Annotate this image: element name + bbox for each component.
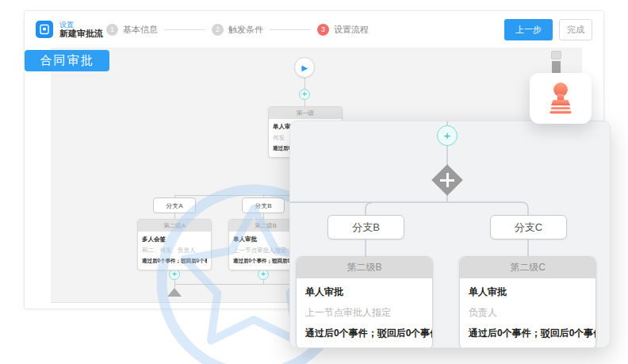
page-title: 新建审批流: [59, 29, 103, 39]
step-number: 2: [212, 24, 224, 36]
step-label: 基本信息: [123, 24, 158, 36]
approval-type: 单人审批: [305, 285, 423, 299]
play-icon: ▶: [301, 63, 308, 72]
card-body: 单人审批 上一节点审批人指定 通过后0个事件；驳回后0个事件: [297, 278, 432, 348]
branch-node-b[interactable]: 分支B: [242, 197, 285, 213]
connector-line: [304, 78, 305, 89]
approval-type: 单人审批: [233, 234, 298, 245]
card-title: 第二级B: [297, 257, 432, 278]
card-body: 多人会签 和二、何发、负责人 通过后0个事件；驳回后0个事件: [138, 232, 211, 270]
approval-card-level2b-large[interactable]: 第二级B 单人审批 上一节点审批人指定 通过后0个事件；驳回后0个事件: [296, 256, 433, 348]
events-summary: 通过后0个事件；驳回后0个事件: [469, 327, 587, 340]
step-set-process[interactable]: 3 设置流程: [317, 24, 369, 36]
start-node[interactable]: ▶: [294, 57, 315, 78]
plus-icon: [434, 167, 461, 193]
stamp-card: [530, 73, 592, 124]
approval-type: 单人审批: [469, 285, 587, 299]
gateway-node[interactable]: [434, 167, 461, 193]
finish-button[interactable]: 完成: [559, 19, 592, 40]
step-connector: [270, 29, 311, 30]
plus-icon: +: [172, 270, 177, 278]
card-body: 单人审批 负责人 通过后0个事件；驳回后0个事件: [460, 278, 595, 348]
plus-icon: +: [302, 90, 307, 98]
card-title: 第一级: [269, 107, 342, 119]
breadcrumb-category: 设置: [59, 21, 103, 29]
step-label: 触发条件: [228, 24, 263, 36]
card-title: 第二级A: [138, 220, 211, 232]
add-node-button[interactable]: +: [299, 89, 310, 100]
branch-label: 分支A: [166, 201, 182, 210]
branch-node-a[interactable]: 分支A: [153, 197, 196, 213]
flow-name-tag[interactable]: 合同审批: [25, 50, 109, 71]
events-summary: 通过后0个事件；驳回后0个事件: [305, 327, 423, 340]
app-icon: [36, 21, 53, 38]
end-node-triangle: [167, 288, 182, 297]
approval-card-level2a[interactable]: 第二级A 多人会签 和二、何发、负责人 通过后0个事件；驳回后0个事件: [137, 219, 212, 270]
clipboard-icon: [39, 24, 50, 35]
branch-label: 分支C: [515, 220, 542, 235]
step-connector: [164, 29, 205, 30]
plus-icon: +: [444, 128, 451, 142]
approver: 负责人: [469, 306, 587, 320]
app-titles: 设置 新建审批流: [59, 21, 103, 39]
connector-line: [174, 213, 175, 219]
approver: 上一节点审批人指定: [305, 306, 423, 320]
branch-label: 分支B: [255, 201, 271, 210]
step-basic-info[interactable]: 1 基本信息: [106, 24, 158, 36]
step-label: 设置流程: [334, 24, 369, 36]
page: 设置 新建审批流 1 基本信息 2 触发条件 3 设置流程: [0, 0, 628, 364]
events-summary: 通过后0个事件；驳回后0个事件: [233, 256, 298, 266]
add-node-button[interactable]: +: [258, 269, 269, 280]
approver: 上一节点审批人指定: [233, 245, 298, 256]
window-header: 设置 新建审批流 1 基本信息 2 触发条件 3 设置流程: [25, 11, 603, 48]
scrollbar-button[interactable]: [551, 51, 561, 59]
card-title: 第二级C: [460, 257, 595, 278]
plus-icon: +: [261, 270, 266, 278]
step-trigger-condition[interactable]: 2 触发条件: [212, 24, 263, 36]
branch-node-c-large[interactable]: 分支C: [490, 215, 567, 239]
stamp-icon: [546, 82, 576, 115]
connector-line: [263, 213, 264, 219]
step-number: 1: [106, 24, 118, 36]
header-buttons: 上一步 完成: [504, 19, 592, 40]
branch-label: 分支B: [352, 220, 380, 235]
previous-step-button[interactable]: 上一步: [504, 19, 553, 40]
zoom-overlay-panel: + 分支B 分支C 第二级B 单人审批 上一节点审批人指定 通过后0个事件；驳回…: [289, 121, 611, 348]
add-node-button-large[interactable]: +: [437, 125, 458, 146]
connector-line: [304, 100, 305, 106]
approval-type: 多人会签: [142, 234, 207, 245]
approver: 和二、何发、负责人: [142, 245, 207, 256]
approval-card-level2c-large[interactable]: 第二级C 单人审批 负责人 通过后0个事件；驳回后0个事件: [459, 256, 596, 348]
branch-node-b-large[interactable]: 分支B: [327, 215, 404, 239]
step-number: 3: [317, 24, 329, 36]
add-node-button[interactable]: +: [169, 269, 180, 280]
events-summary: 通过后0个事件；驳回后0个事件: [142, 256, 207, 266]
wizard-steps: 1 基本信息 2 触发条件 3 设置流程: [106, 11, 369, 48]
